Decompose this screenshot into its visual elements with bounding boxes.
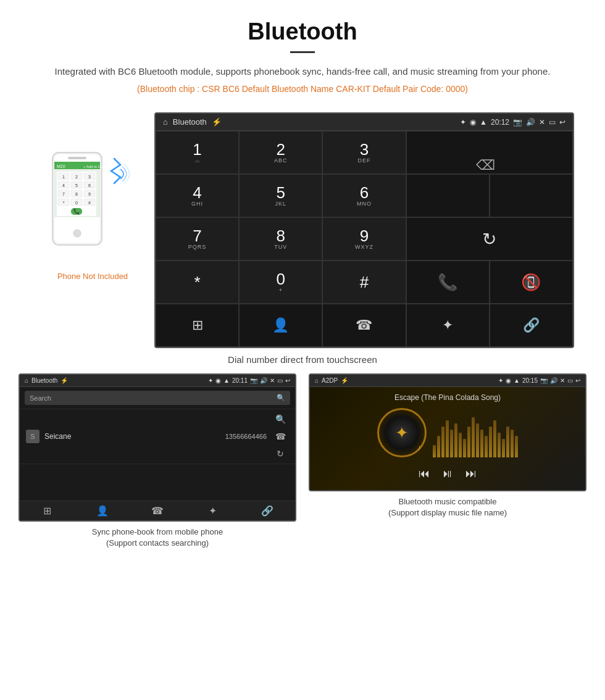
music-cam-icon[interactable]: 📷 — [540, 377, 548, 384]
music-back-icon[interactable]: ↩ — [575, 377, 580, 384]
music-vol-icon[interactable]: 🔊 — [550, 377, 557, 384]
page-description: Integrated with BC6 Bluetooth module, su… — [37, 64, 568, 79]
eq-bar — [467, 427, 470, 457]
dial-key-7[interactable]: 7 PQRS — [156, 217, 239, 260]
person-icon: 👤 — [272, 317, 289, 333]
call-icon: 📞 — [438, 273, 457, 292]
dial-call-button[interactable]: 📞 — [406, 260, 490, 304]
bt-signal-waves — [99, 156, 130, 195]
dial-key-3[interactable]: 3 DEF — [322, 131, 406, 174]
dial-key-8[interactable]: 8 TUV — [239, 217, 322, 260]
svg-text:4: 4 — [62, 183, 65, 188]
music-bt-status: ✦ — [498, 377, 503, 384]
play-pause-icon[interactable]: ⏯ — [442, 467, 453, 480]
page-header: Bluetooth Integrated with BC6 Bluetooth … — [0, 0, 605, 106]
music-time: 20:15 — [522, 377, 538, 384]
dial-refresh-button[interactable]: ↻ — [406, 217, 573, 260]
pb-caption-line1: Sync phone-book from mobile phone — [92, 527, 223, 536]
music-close-icon[interactable]: ✕ — [560, 377, 565, 384]
dial-hangup-button[interactable]: 📵 — [490, 260, 573, 304]
dial-key-6[interactable]: 6 MNO — [322, 174, 406, 217]
eq-bar — [506, 427, 509, 457]
pb-statusbar: ⌂ Bluetooth ⚡ ✦ ◉ ▲ 20:11 📷 🔊 ✕ ▭ ↩ — [20, 375, 295, 387]
music-win-icon[interactable]: ▭ — [567, 377, 573, 384]
svg-text:6: 6 — [88, 183, 91, 188]
svg-text:1: 1 — [62, 175, 65, 179]
pb-empty-space — [20, 464, 295, 501]
music-loc: ◉ — [506, 377, 511, 384]
link-icon: 🔗 — [523, 317, 540, 333]
pb-side-search-icon: 🔍 — [275, 414, 286, 424]
eq-bar — [441, 427, 444, 457]
music-home-icon[interactable]: ⌂ — [315, 377, 319, 384]
pb-close-icon[interactable]: ✕ — [270, 377, 275, 384]
hangup-icon: 📵 — [521, 273, 541, 292]
pb-nav-link[interactable]: 🔗 — [240, 505, 295, 517]
key-letters: + — [279, 287, 283, 293]
key-number: 0 — [277, 271, 285, 287]
key-letters: MNO — [357, 201, 372, 207]
dial-nav-grid[interactable]: ⊞ — [156, 304, 239, 347]
pb-back-icon[interactable]: ↩ — [285, 377, 290, 384]
dial-key-1[interactable]: 1 ⌓ — [156, 131, 239, 174]
dial-screen: ⌂ Bluetooth ⚡ ✦ ◉ ▲ 20:12 📷 🔊 ✕ ▭ ↩ 1 ⌓ — [154, 112, 574, 348]
volume-icon[interactable]: 🔊 — [526, 118, 535, 127]
pb-status-left: ⌂ Bluetooth ⚡ — [25, 377, 68, 384]
phonebook-screen-wrap: ⌂ Bluetooth ⚡ ✦ ◉ ▲ 20:11 📷 🔊 ✕ ▭ ↩ — [19, 373, 296, 549]
pb-side-call-icon[interactable]: ☎ — [275, 431, 286, 441]
bluetooth-status-icon: ✦ — [460, 118, 466, 127]
pb-bottom-nav: ⊞ 👤 ☎ ✦ 🔗 — [20, 501, 295, 520]
dial-display: ⌫ — [406, 131, 573, 174]
dial-key-0[interactable]: 0 + — [239, 260, 322, 304]
pb-search-bar[interactable]: Search 🔍 — [25, 391, 290, 405]
dial-key-star[interactable]: * — [156, 260, 239, 304]
page-specs: (Bluetooth chip : CSR BC6 Default Blueto… — [37, 84, 568, 94]
eq-bar — [450, 430, 453, 457]
back-icon[interactable]: ↩ — [559, 118, 565, 127]
refresh-icon: ↻ — [482, 229, 496, 249]
key-letters: JKL — [275, 201, 287, 207]
pb-nav-bluetooth2[interactable]: ✦ — [185, 505, 240, 517]
svg-text:#: # — [88, 201, 91, 205]
eq-bar — [437, 436, 440, 457]
pb-caption-line2: (Support contacts searching) — [106, 538, 209, 548]
pb-cam-icon[interactable]: 📷 — [250, 377, 257, 384]
key-letters: ABC — [274, 157, 288, 164]
key-number: 9 — [360, 228, 369, 244]
eq-bar — [463, 439, 466, 457]
home-icon[interactable]: ⌂ — [163, 117, 168, 127]
pb-contact-area: S Seicane 13566664466 🔍 ☎ ↻ — [20, 409, 295, 501]
dial-key-4[interactable]: 4 GHI — [156, 174, 239, 217]
pb-vol-icon[interactable]: 🔊 — [260, 377, 267, 384]
eq-bar — [502, 439, 505, 457]
dial-empty-r2c5 — [490, 174, 573, 217]
pb-contact-row[interactable]: S Seicane 13566664466 🔍 ☎ ↻ — [20, 409, 295, 464]
close-icon[interactable]: ✕ — [539, 118, 545, 127]
pb-win-icon[interactable]: ▭ — [277, 377, 283, 384]
key-letters: WXYZ — [355, 244, 373, 250]
dial-nav-link[interactable]: 🔗 — [490, 304, 573, 347]
pb-nav-phone[interactable]: ☎ — [130, 505, 185, 517]
dial-key-9[interactable]: 9 WXYZ — [322, 217, 406, 260]
dial-nav-contacts[interactable]: 👤 — [239, 304, 322, 347]
dial-key-hash[interactable]: # — [322, 260, 406, 304]
music-controls: ⏮ ⏯ ⏭ — [419, 464, 477, 484]
pb-nav-grid[interactable]: ⊞ — [20, 505, 75, 517]
pb-side-refresh-icon[interactable]: ↻ — [277, 449, 284, 459]
camera-icon[interactable]: 📷 — [513, 118, 522, 127]
dial-key-2[interactable]: 2 ABC — [239, 131, 322, 174]
dial-nav-phone[interactable]: ☎ — [322, 304, 406, 347]
pb-time: 20:11 — [232, 377, 248, 384]
prev-icon[interactable]: ⏮ — [419, 467, 430, 480]
main-section: M20 + Add to Contacts 1 2 3 4 5 6 — [0, 106, 605, 348]
key-number: 7 — [193, 228, 201, 244]
pb-nav-bt-icon: ✦ — [209, 505, 217, 517]
pb-home-icon[interactable]: ⌂ — [25, 377, 28, 384]
next-icon[interactable]: ⏭ — [465, 467, 477, 480]
dial-nav-bluetooth[interactable]: ✦ — [406, 304, 490, 347]
dial-key-5[interactable]: 5 JKL — [239, 174, 322, 217]
window-icon[interactable]: ▭ — [549, 118, 556, 127]
pb-nav-contacts[interactable]: 👤 — [75, 505, 130, 517]
phone-icon: ☎ — [356, 317, 372, 333]
backspace-icon[interactable]: ⌫ — [476, 157, 495, 173]
